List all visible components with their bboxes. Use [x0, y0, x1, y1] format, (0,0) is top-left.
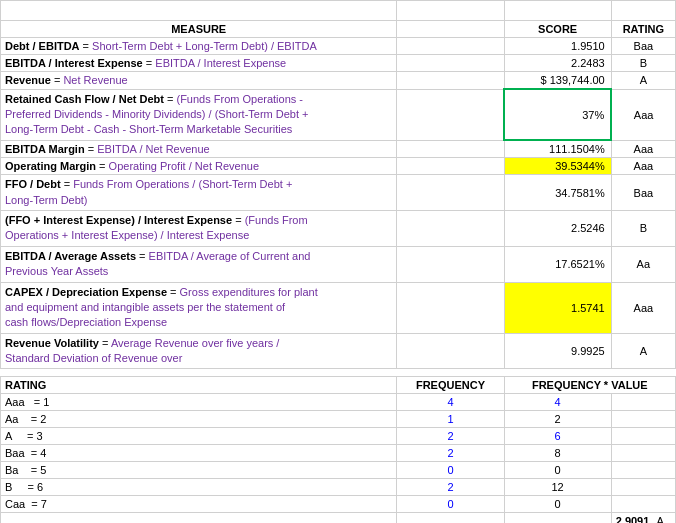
row-capex-dep: CAPEX / Depreciation Expense = Gross exp…	[1, 282, 676, 333]
empty-header	[397, 21, 504, 38]
score-retained: 37%	[504, 89, 611, 140]
rating-ffo-debt: Baa	[611, 175, 675, 211]
row-ebitda-margin: EBITDA Margin = EBITDA / Net Revenue 111…	[1, 140, 676, 158]
measure-debt-ebitda: Debt / EBITDA = Short-Term Debt + Long-T…	[1, 38, 397, 55]
freq-aaa: 4	[397, 394, 504, 411]
score-operating-margin: 39.5344%	[504, 158, 611, 175]
empty-caa	[611, 496, 675, 513]
rating-row-ba: Ba = 5 0 0	[1, 462, 676, 479]
score-header: SCORE	[504, 21, 611, 38]
rating-row-baa: Baa = 4 2 8	[1, 445, 676, 462]
empty-ebitda-assets	[397, 246, 504, 282]
empty-a	[611, 428, 675, 445]
freq-ba: 0	[397, 462, 504, 479]
frequency-col-header: FREQUENCY	[397, 377, 504, 394]
score-ebitda-int: 2.2483	[504, 55, 611, 72]
empty-ba	[611, 462, 675, 479]
rating-row-aaa: Aaa = 1 4 4	[1, 394, 676, 411]
measure-rev-volatility: Revenue Volatility = Average Revenue ove…	[1, 333, 397, 369]
row-ebitda-assets: EBITDA / Average Assets = EBITDA / Avera…	[1, 246, 676, 282]
empty-b	[611, 479, 675, 496]
rating-label-b: B = 6	[1, 479, 397, 496]
freq-val-ba: 0	[504, 462, 611, 479]
rating-label-ba: Ba = 5	[1, 462, 397, 479]
rating-section-header: RATING FREQUENCY FREQUENCY * VALUE	[1, 377, 676, 394]
freq-val-total: 32.0000	[504, 513, 611, 523]
rating-operating-margin: Aaa	[611, 158, 675, 175]
freq-value-col-header: FREQUENCY * VALUE	[504, 377, 675, 394]
score-rev-volatility: 9.9925	[504, 333, 611, 369]
empty-ebitda-margin	[397, 140, 504, 158]
rating-label-baa: Baa = 4	[1, 445, 397, 462]
empty-retained	[397, 89, 504, 140]
rating-ebitda-int: B	[611, 55, 675, 72]
rating-ebitda-assets: Aa	[611, 246, 675, 282]
freq-a: 2	[397, 428, 504, 445]
empty-revenue	[397, 72, 504, 90]
rating-capex-dep: Aaa	[611, 282, 675, 333]
row-revenue: Revenue = Net Revenue $ 139,744.00 A	[1, 72, 676, 90]
freq-val-aa: 2	[504, 411, 611, 428]
row-operating-margin: Operating Margin = Operating Profit / Ne…	[1, 158, 676, 175]
freq-b: 2	[397, 479, 504, 496]
freq-total: 11	[397, 513, 504, 523]
measure-header: MEASURE	[1, 21, 397, 38]
rating-revenue: A	[611, 72, 675, 90]
rating-row-b: B = 6 2 12	[1, 479, 676, 496]
rating-total-row: Freq / Value 11 32.0000 2.9091 A Rating	[1, 513, 676, 523]
spacer-row	[1, 369, 676, 377]
row-retained-cash: Retained Cash Flow / Net Debt = (Funds F…	[1, 89, 676, 140]
rating-ffo-interest: B	[611, 210, 675, 246]
label-bold-debt: Debt / EBITDA	[5, 40, 80, 52]
rating-score-total: 2.9091 A Rating	[611, 513, 675, 523]
top-empty-row	[1, 1, 676, 21]
score-ffo-interest: 2.5246	[504, 210, 611, 246]
freq-baa: 2	[397, 445, 504, 462]
rating-header: RATING	[611, 21, 675, 38]
rating-label-caa: Caa = 7	[1, 496, 397, 513]
rating-row-a: A = 3 2 6	[1, 428, 676, 445]
empty-ffo-debt	[397, 175, 504, 211]
empty-ffo-int	[397, 210, 504, 246]
formula-debt: Short-Term Debt + Long-Term Debt) / EBIT…	[92, 40, 317, 52]
measure-operating-margin: Operating Margin = Operating Profit / Ne…	[1, 158, 397, 175]
measure-revenue: Revenue = Net Revenue	[1, 72, 397, 90]
measure-ffo-debt: FFO / Debt = Funds From Operations / (Sh…	[1, 175, 397, 211]
spreadsheet-container: MEASURE SCORE RATING Debt / EBITDA = Sho…	[0, 0, 676, 523]
header-row: MEASURE SCORE RATING	[1, 21, 676, 38]
freq-val-aaa: 4	[504, 394, 611, 411]
freq-val-a: 6	[504, 428, 611, 445]
score-ebitda-margin: 111.1504%	[504, 140, 611, 158]
measure-ebitda-margin: EBITDA Margin = EBITDA / Net Revenue	[1, 140, 397, 158]
empty-aaa	[611, 394, 675, 411]
freq-aa: 1	[397, 411, 504, 428]
score-revenue: $ 139,744.00	[504, 72, 611, 90]
freq-caa: 0	[397, 496, 504, 513]
empty-op-margin	[397, 158, 504, 175]
rating-label-a: A = 3	[1, 428, 397, 445]
rating-rev-volatility: A	[611, 333, 675, 369]
rating-col-header: RATING	[1, 377, 397, 394]
empty-capex-dep	[397, 282, 504, 333]
rating-retained: Aaa	[611, 89, 675, 140]
rating-row-caa: Caa = 7 0 0	[1, 496, 676, 513]
freq-val-baa: 8	[504, 445, 611, 462]
measure-ebitda-interest: EBITDA / Interest Expense = EBITDA / Int…	[1, 55, 397, 72]
rating-label-aaa: Aaa = 1	[1, 394, 397, 411]
score-capex-dep: 1.5741	[504, 282, 611, 333]
measure-retained-cash: Retained Cash Flow / Net Debt = (Funds F…	[1, 89, 397, 140]
row-ffo-debt: FFO / Debt = Funds From Operations / (Sh…	[1, 175, 676, 211]
rating-total-label: Freq / Value	[1, 513, 397, 523]
freq-val-caa: 0	[504, 496, 611, 513]
row-ebitda-interest: EBITDA / Interest Expense = EBITDA / Int…	[1, 55, 676, 72]
empty-baa	[611, 445, 675, 462]
empty-rev-vol	[397, 333, 504, 369]
score-total-val: 2.9091	[616, 515, 650, 523]
score-ebitda-assets: 17.6521%	[504, 246, 611, 282]
empty-debt	[397, 38, 504, 55]
score-ffo-debt: 34.7581%	[504, 175, 611, 211]
empty-ebitda-int	[397, 55, 504, 72]
row-ffo-interest: (FFO + Interest Expense) / Interest Expe…	[1, 210, 676, 246]
measure-ffo-interest: (FFO + Interest Expense) / Interest Expe…	[1, 210, 397, 246]
row-debt-ebitda: Debt / EBITDA = Short-Term Debt + Long-T…	[1, 38, 676, 55]
